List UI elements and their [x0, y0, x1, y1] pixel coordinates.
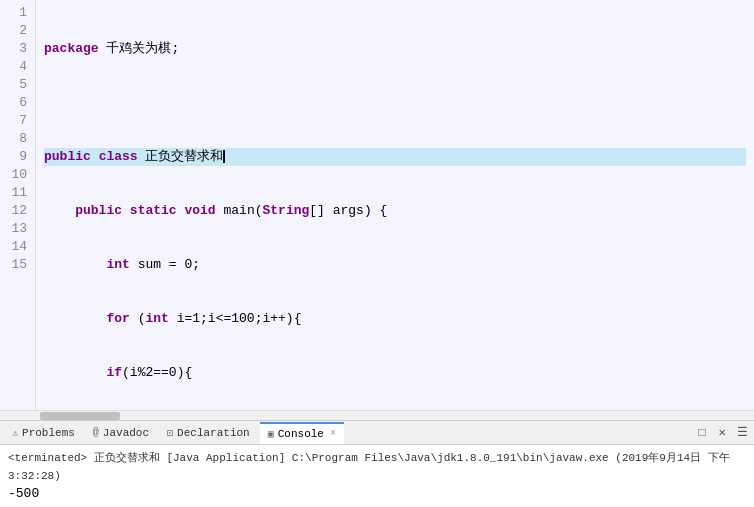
tab-bar-actions: □ ✕ ☰: [694, 425, 750, 441]
console-output: -500: [8, 485, 746, 503]
console-tab-close[interactable]: ×: [330, 428, 336, 439]
tab-problems[interactable]: ⚠ Problems: [4, 422, 83, 444]
menu-icon[interactable]: ☰: [734, 425, 750, 441]
close-icon[interactable]: ✕: [714, 425, 730, 441]
declaration-icon: ⊡: [167, 427, 173, 439]
bottom-tab-bar: ⚠ Problems @ Javadoc ⊡ Declaration ▣ Con…: [0, 420, 754, 444]
tab-console[interactable]: ▣ Console ×: [260, 422, 344, 444]
line-numbers: 1 2 3 4 5 6 7 8 9 10 11 12 13 14 15: [0, 0, 36, 410]
tab-console-label: Console: [278, 428, 324, 440]
minimize-icon[interactable]: □: [694, 425, 710, 441]
scrollbar-thumb[interactable]: [40, 412, 120, 420]
tab-javadoc-label: Javadoc: [103, 427, 149, 439]
tab-problems-label: Problems: [22, 427, 75, 439]
tab-declaration-label: Declaration: [177, 427, 250, 439]
javadoc-icon: @: [93, 427, 99, 438]
code-content[interactable]: package 千鸡关为棋; public class 正负交替求和 publi…: [36, 0, 754, 410]
tab-declaration[interactable]: ⊡ Declaration: [159, 422, 258, 444]
console-status: <terminated> 正负交替求和 [Java Application] C…: [8, 449, 746, 485]
problems-icon: ⚠: [12, 427, 18, 439]
code-editor: 1 2 3 4 5 6 7 8 9 10 11 12 13 14 15 pack…: [0, 0, 754, 420]
tab-javadoc[interactable]: @ Javadoc: [85, 422, 157, 444]
horizontal-scrollbar[interactable]: [0, 410, 754, 420]
console-panel: <terminated> 正负交替求和 [Java Application] C…: [0, 444, 754, 507]
console-icon: ▣: [268, 428, 274, 440]
